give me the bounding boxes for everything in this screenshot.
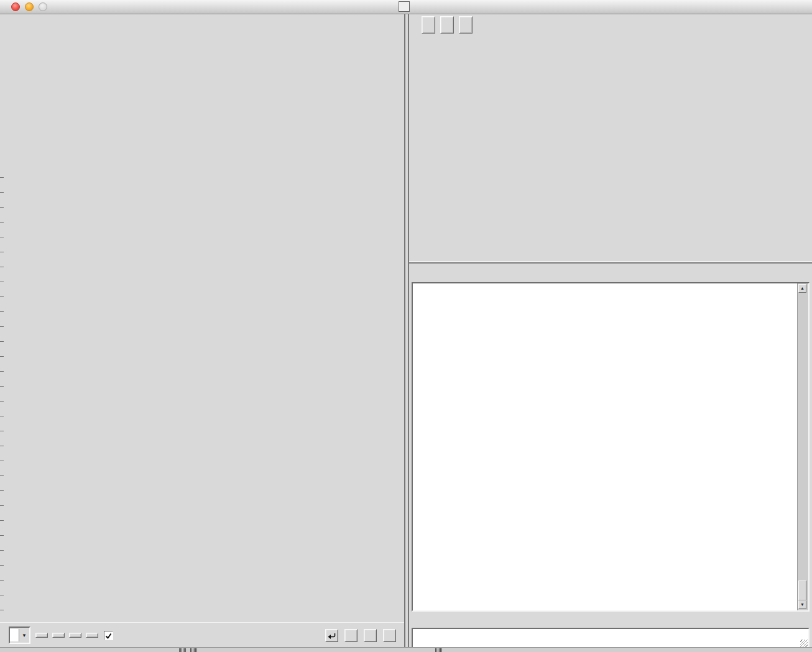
live-mode-toggle[interactable] [104, 631, 117, 640]
prep2-header [414, 16, 478, 34]
expand-range-button[interactable] [383, 629, 396, 642]
settings-button[interactable] [52, 633, 65, 638]
background-ruler-fragment [0, 163, 4, 641]
background-fragment [179, 648, 187, 652]
resize-grip[interactable] [800, 640, 808, 647]
scroll-left-button[interactable] [344, 629, 358, 642]
history-textarea[interactable]: ▲ ▼ [412, 282, 810, 612]
x11-app-icon [399, 1, 410, 12]
add-button[interactable] [459, 16, 473, 34]
window-title [0, 1, 812, 12]
pane-divider[interactable] [404, 14, 409, 647]
background-fragment [435, 648, 443, 652]
charts-pane: ▼ [0, 14, 404, 647]
command-input-box[interactable] [412, 628, 810, 649]
command-input-field[interactable] [413, 629, 808, 648]
check-icon [104, 632, 113, 640]
live-mode-checkbox[interactable] [104, 631, 113, 640]
time-navigation-buttons [323, 629, 400, 642]
device-button[interactable] [422, 16, 435, 34]
scroll-up-icon[interactable]: ▲ [798, 284, 806, 293]
scroll-down-icon[interactable]: ▼ [798, 600, 806, 609]
range-combobox[interactable]: ▼ [9, 627, 30, 644]
jump-to-now-button[interactable] [325, 629, 338, 642]
stick-button[interactable] [440, 16, 454, 34]
chart-toolbar: ▼ [0, 622, 404, 648]
ok-button[interactable] [35, 633, 48, 638]
background-window-strip [0, 647, 812, 652]
show-all-button[interactable] [69, 633, 81, 638]
horizontal-sash[interactable] [409, 261, 812, 264]
history-scrollbar[interactable]: ▲ ▼ [797, 283, 808, 610]
export-button[interactable] [86, 633, 98, 638]
scroll-right-button[interactable] [364, 629, 377, 642]
window-titlebar[interactable] [0, 0, 812, 14]
return-arrow-icon [328, 631, 336, 640]
range-value [10, 629, 19, 641]
prep2-pane: ▲ ▼ [409, 14, 812, 650]
sea-prep2-window: { "window": { "title": "Sea prep2", "x11… [0, 0, 812, 652]
background-fragment [190, 648, 198, 652]
chevron-down-icon[interactable]: ▼ [19, 629, 29, 641]
scrollbar-thumb[interactable] [798, 581, 806, 600]
